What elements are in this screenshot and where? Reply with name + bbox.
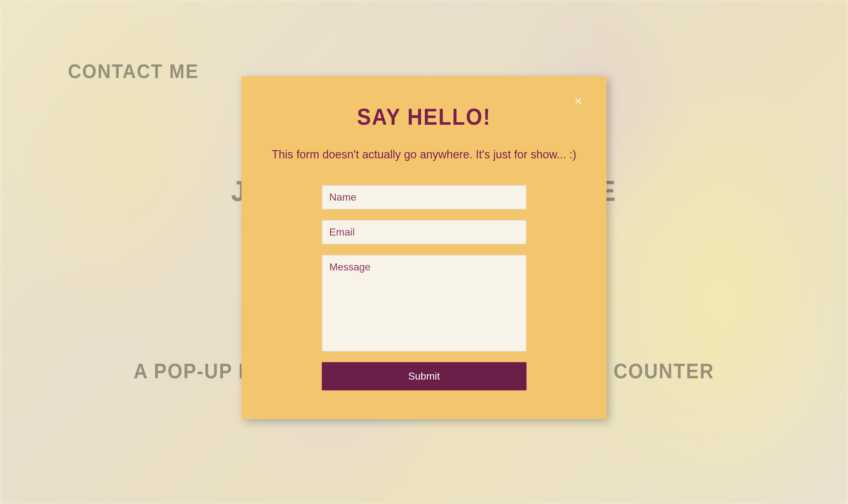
email-field[interactable] bbox=[322, 220, 526, 245]
contact-me-link[interactable]: Contact Me bbox=[68, 59, 199, 83]
contact-modal: × Say Hello! This form doesn't actually … bbox=[241, 76, 607, 419]
name-field[interactable] bbox=[322, 185, 526, 210]
message-field[interactable] bbox=[322, 255, 526, 352]
contact-form: Submit bbox=[322, 185, 526, 390]
modal-title: Say Hello! bbox=[260, 104, 588, 130]
submit-button[interactable]: Submit bbox=[322, 362, 526, 390]
modal-description: This form doesn't actually go anywhere. … bbox=[260, 148, 588, 161]
